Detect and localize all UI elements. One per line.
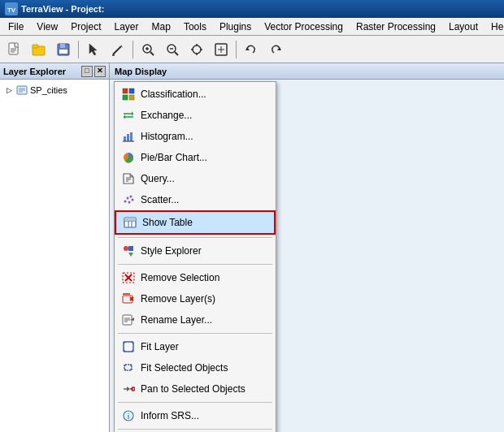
new-button[interactable] bbox=[3, 38, 26, 61]
ctx-classification-label: Classification... bbox=[141, 89, 206, 100]
ctx-removeselection-label: Remove Selection bbox=[141, 272, 219, 283]
ctx-showtable-label: Show Table bbox=[142, 217, 193, 228]
ctx-sep-4 bbox=[118, 402, 272, 403]
ctx-removeselection[interactable]: Remove Selection bbox=[115, 267, 276, 288]
query-icon bbox=[121, 171, 136, 186]
histogram-icon bbox=[121, 129, 136, 144]
ctx-showtable[interactable]: Show Table bbox=[115, 210, 276, 235]
menu-vectorprocessing[interactable]: Vector Processing bbox=[258, 19, 350, 35]
svg-point-64 bbox=[124, 246, 128, 251]
ctx-query[interactable]: Query... bbox=[115, 168, 276, 189]
ctx-histogram[interactable]: Histogram... bbox=[115, 126, 276, 147]
informsrs-icon: i bbox=[121, 408, 136, 423]
svg-marker-13 bbox=[121, 45, 123, 48]
svg-point-58 bbox=[132, 199, 134, 201]
menu-bar: File View Project Layer Map Tools Plugin… bbox=[0, 18, 504, 36]
menu-plugins[interactable]: Plugins bbox=[213, 19, 258, 35]
ctx-pantoselected[interactable]: Pan to Selected Objects bbox=[115, 378, 276, 400]
ctx-piebar[interactable]: Pie/Bar Chart... bbox=[115, 147, 276, 168]
fitlayer-icon bbox=[121, 339, 136, 354]
menu-help[interactable]: Help bbox=[484, 19, 504, 35]
layer-tree: ▷ SP_cities bbox=[0, 80, 109, 101]
svg-marker-87 bbox=[124, 368, 127, 370]
ctx-styleexplorer[interactable]: Style Explorer bbox=[115, 240, 276, 261]
draw-button[interactable] bbox=[106, 38, 129, 61]
ctx-scatter-label: Scatter... bbox=[141, 194, 179, 205]
menu-file[interactable]: File bbox=[2, 19, 30, 35]
ctx-pantoselected-label: Pan to Selected Objects bbox=[141, 383, 245, 395]
svg-line-12 bbox=[113, 46, 121, 54]
scatter-icon bbox=[121, 192, 136, 207]
ctx-fitlayer-label: Fit Layer bbox=[141, 341, 179, 352]
layer-label: SP_cities bbox=[30, 85, 67, 95]
svg-rect-65 bbox=[128, 246, 133, 251]
select-button[interactable] bbox=[82, 38, 105, 61]
menu-layout[interactable]: Layout bbox=[442, 19, 484, 35]
svg-rect-45 bbox=[127, 134, 129, 141]
fitselected-icon bbox=[121, 361, 136, 375]
piebar-icon bbox=[121, 150, 136, 165]
classification-icon bbox=[121, 87, 136, 102]
menu-view[interactable]: View bbox=[30, 19, 64, 35]
ctx-fitlayer[interactable]: Fit Layer bbox=[115, 336, 276, 357]
ctx-classification[interactable]: Classification... bbox=[115, 84, 276, 105]
pantoselected-icon bbox=[121, 382, 136, 396]
app-title: TerraView - Project: bbox=[21, 4, 104, 14]
panel-restore-button[interactable]: □ bbox=[81, 66, 93, 77]
save-button[interactable] bbox=[52, 38, 75, 61]
ctx-exchange[interactable]: Exchange... bbox=[115, 105, 276, 126]
ctx-sep-3 bbox=[118, 333, 272, 334]
zoomout-button[interactable] bbox=[161, 38, 184, 61]
panel-close-button[interactable]: ✕ bbox=[94, 66, 106, 77]
svg-point-56 bbox=[130, 196, 133, 198]
ctx-fitselected[interactable]: Fit Selected Objects bbox=[115, 357, 276, 378]
showtable-icon bbox=[123, 215, 137, 230]
ctx-removelayers[interactable]: Remove Layer(s) bbox=[115, 288, 276, 309]
undo-button[interactable] bbox=[240, 38, 263, 61]
ctx-sep-5 bbox=[118, 429, 272, 430]
ctx-piebar-label: Pie/Bar Chart... bbox=[141, 152, 207, 163]
svg-marker-90 bbox=[127, 387, 130, 391]
renamelayer-icon bbox=[121, 313, 136, 327]
ctx-fitselected-label: Fit Selected Objects bbox=[141, 362, 228, 374]
svg-marker-41 bbox=[132, 111, 133, 116]
zoomin-button[interactable] bbox=[137, 38, 159, 61]
layer-explorer-header: Layer Explorer □ ✕ bbox=[0, 63, 109, 80]
layer-icon bbox=[16, 84, 28, 96]
ctx-scatter[interactable]: Scatter... bbox=[115, 189, 276, 210]
context-menu: Classification... Exchange... Histogram.… bbox=[114, 81, 276, 432]
menu-layer[interactable]: Layer bbox=[108, 19, 146, 35]
list-item[interactable]: ▷ SP_cities bbox=[2, 83, 107, 97]
ctx-renamelayer[interactable]: Rename Layer... bbox=[115, 309, 276, 330]
ctx-sep-1 bbox=[118, 237, 272, 238]
zoomfit-button[interactable] bbox=[210, 38, 232, 61]
toolbar-sep-2 bbox=[133, 41, 133, 58]
map-display-title: Map Display bbox=[115, 67, 167, 76]
pan-button[interactable] bbox=[185, 38, 208, 61]
svg-text:i: i bbox=[128, 413, 130, 421]
menu-tools[interactable]: Tools bbox=[177, 19, 213, 35]
layer-explorer-panel: Layer Explorer □ ✕ ▷ SP_cities bbox=[0, 63, 110, 432]
svg-point-22 bbox=[193, 45, 201, 54]
ctx-informsrs[interactable]: i Inform SRS... bbox=[115, 405, 276, 426]
svg-rect-39 bbox=[129, 95, 134, 100]
toolbar-sep-3 bbox=[236, 41, 237, 58]
ctx-exchange-label: Exchange... bbox=[141, 110, 192, 121]
svg-marker-86 bbox=[129, 365, 132, 367]
redo-button[interactable] bbox=[264, 38, 287, 61]
exchange-icon bbox=[121, 108, 136, 123]
svg-text:TV: TV bbox=[7, 6, 16, 14]
open-button[interactable] bbox=[28, 38, 50, 61]
menu-rasterprocessing[interactable]: Raster Processing bbox=[350, 19, 442, 35]
svg-rect-63 bbox=[124, 218, 136, 221]
toolbar bbox=[0, 36, 504, 63]
ctx-sep-2 bbox=[118, 264, 272, 265]
ctx-query-label: Query... bbox=[141, 173, 175, 184]
ctx-removelayers-label: Remove Layer(s) bbox=[141, 293, 215, 305]
app-icon: TV bbox=[5, 2, 18, 15]
panel-header-buttons: □ ✕ bbox=[81, 66, 106, 77]
svg-rect-37 bbox=[129, 89, 134, 93]
menu-project[interactable]: Project bbox=[64, 19, 107, 35]
removelayers-icon bbox=[121, 292, 136, 306]
menu-map[interactable]: Map bbox=[146, 19, 177, 35]
